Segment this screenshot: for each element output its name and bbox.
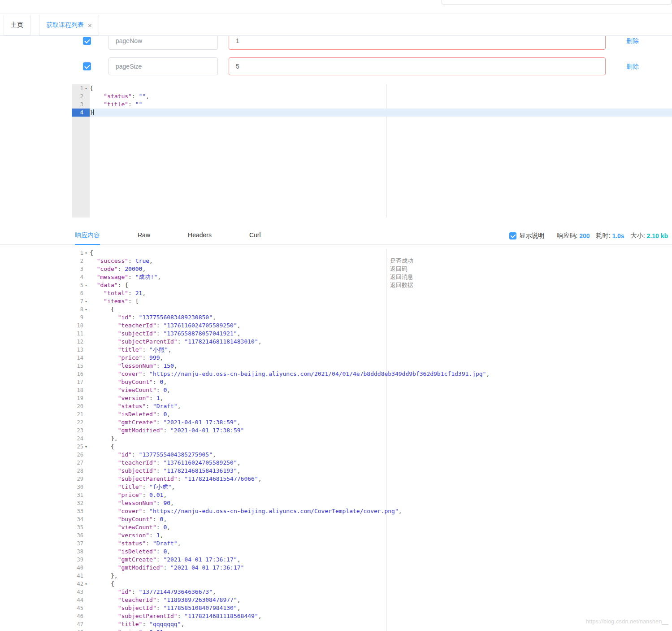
delete-param-button[interactable]: 删除 [626,57,639,75]
tab-home[interactable]: 主页 [4,15,30,35]
delete-param-button[interactable]: 删除 [626,36,639,50]
code-line: 28 "subjectId": "1178214681584136193", [72,467,672,475]
tab-raw[interactable]: Raw [138,226,150,245]
tab-course-list[interactable]: 获取课程列表 × [39,15,99,35]
code-text: }, [90,572,672,580]
code-text: "buyCount": 0, [90,378,672,386]
code-line: 11 "subjectId": "1376558878057041921", [72,330,672,338]
fold-caret-icon[interactable]: ▾ [83,297,89,305]
line-number: 32 [72,499,90,507]
code-line: 24 }, [72,435,672,443]
code-line: 46 "subjectParentId": "11782146811185684… [72,612,672,620]
code-text: "gmtModified": "2021-04-01 17:38:59" [90,426,672,435]
watermark-text: https://blog.csdn.net/nanshen__ [586,618,668,625]
line-number: 1▾ [72,84,90,92]
fold-caret-icon[interactable]: ▾ [83,443,89,451]
request-body-editor[interactable]: 1▾{2 "status": "",3 "title": ""4} [72,84,672,218]
param-value-input[interactable] [229,57,606,75]
code-text: "gmtCreate": "2021-04-01 17:38:59", [90,418,672,426]
response-body-viewer[interactable]: 1▾{2 "success": true,是否成功3 "code": 20000… [72,249,672,631]
code-text: "items": [ [90,297,672,305]
code-text: "subjectParentId": "1178214681181483010"… [90,338,672,346]
param-checkbox[interactable] [83,62,91,70]
code-text: "subjectParentId": "1178214681118568449"… [90,612,672,620]
line-number: 39 [72,556,90,564]
code-line: 9 "id": "1377556083489230850", [72,313,672,322]
fold-caret-icon[interactable]: ▾ [83,84,89,92]
code-line: 38 "isDeleted": 0, [72,548,672,556]
code-text: "id": "1377555404385275905", [90,451,672,459]
line-number: 34 [72,515,90,523]
tab-response-content[interactable]: 响应内容 [75,226,100,245]
partial-input-box [442,0,672,4]
code-line: 23 "gmtModified": "2021-04-01 17:38:59" [72,426,672,435]
fold-caret-icon[interactable]: ▾ [83,305,89,313]
param-name-input[interactable] [108,36,218,50]
fold-caret-icon[interactable]: ▾ [83,281,89,289]
param-value-input[interactable] [229,36,606,50]
line-number: 4 [72,273,90,281]
code-line: 35 "viewCount": 0, [72,523,672,531]
code-text: "code": 20000, [90,265,672,273]
code-line: 14 "price": 999, [72,354,672,362]
code-text: }, [90,435,672,443]
code-line: 40 "gmtModified": "2021-04-01 17:36:17" [72,564,672,572]
code-text: "subjectParentId": "1178214681554776066"… [90,475,672,483]
line-number: 13 [72,346,90,354]
fold-caret-icon[interactable]: ▾ [83,249,89,257]
code-text: "title": "qqqqqqq", [90,620,672,628]
response-time-value: 1.0s [612,232,624,239]
show-desc-checkbox[interactable] [509,232,516,239]
code-text: "data": { [90,281,672,289]
code-line: 4 "message": "成功!",返回消息 [72,273,672,281]
code-line: 8▾ { [72,305,672,313]
code-line: 33 "cover": "https://nanju-edu.oss-cn-be… [72,507,672,515]
code-line: 10 "teacherId": "1376116024705589250", [72,322,672,330]
tab-headers[interactable]: Headers [188,226,212,245]
line-number: 22 [72,418,90,426]
line-number: 23 [72,426,90,435]
line-number: 35 [72,523,90,531]
line-number: 17 [72,378,90,386]
code-text: "subjectId": "1178585108407984130", [90,604,672,612]
code-line: 16 "cover": "https://nanju-edu.oss-cn-be… [72,370,672,378]
code-text: "cover": "https://nanju-edu.oss-cn-beiji… [90,370,672,378]
line-number: 12 [72,338,90,346]
code-text: { [90,84,672,92]
code-line: 2 "status": "", [72,92,672,100]
code-line: 31 "price": 0.01, [72,491,672,499]
line-number: 11 [72,330,90,338]
line-number: 4 [72,109,90,117]
param-checkbox[interactable] [83,37,91,45]
close-icon[interactable]: × [88,22,92,29]
request-body-lines: 1▾{2 "status": "",3 "title": ""4} [72,84,672,117]
line-number: 21 [72,410,90,418]
code-line: 4} [72,109,672,117]
response-tab-list: 响应内容 Raw Headers Curl [75,226,299,245]
response-time-label: 耗时: [596,232,610,240]
line-number: 48 [72,628,90,631]
code-line: 48 "price": 0.01 [72,628,672,631]
code-text: "lessonNum": 150, [90,362,672,370]
code-text: { [90,249,672,257]
code-text: { [90,443,672,451]
line-number: 7▾ [72,297,90,305]
response-meta: 显示说明 响应码: 200 耗时: 1.0s 大小: 2.10 kb [509,226,668,245]
line-number: 3 [72,265,90,273]
code-line: 47 "title": "qqqqqqq", [72,620,672,628]
param-row-pagenow: 删除 [0,36,672,50]
line-number: 9 [72,313,90,322]
code-text: "id": "1377556083489230850", [90,313,672,322]
code-text: { [90,305,672,313]
tab-curl[interactable]: Curl [249,226,261,245]
fold-caret-icon[interactable]: ▾ [83,580,89,588]
param-name-input[interactable] [108,57,218,75]
line-number: 20 [72,402,90,410]
line-number: 16 [72,370,90,378]
line-number: 3 [72,100,90,109]
tab-home-label: 主页 [11,21,23,29]
code-line: 19 "version": 1, [72,394,672,402]
line-number: 38 [72,548,90,556]
code-line: 20 "status": "Draft", [72,402,672,410]
code-text: "total": 21, [90,289,672,297]
